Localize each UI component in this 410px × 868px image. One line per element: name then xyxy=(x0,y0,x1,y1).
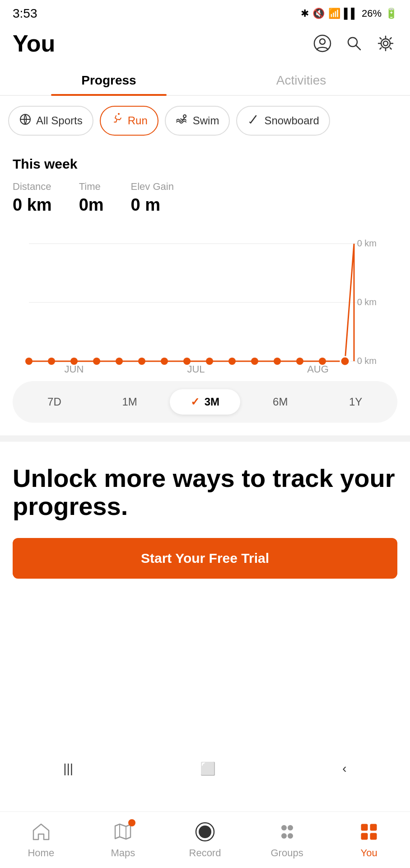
status-time: 3:53 xyxy=(13,6,37,21)
stat-distance-label: Distance xyxy=(13,181,52,193)
signal-icon: ▌▌ xyxy=(344,8,358,19)
battery-percent: 26% xyxy=(362,8,382,19)
svg-point-34 xyxy=(281,825,287,830)
sport-chip-swim[interactable]: Swim xyxy=(165,106,230,136)
stat-elev-label: Elev Gain xyxy=(131,181,174,193)
svg-text:AUG: AUG xyxy=(307,363,329,375)
sport-chip-snowboard[interactable]: Snowboard xyxy=(236,106,330,136)
header-icons xyxy=(311,32,397,55)
check-icon: ✓ xyxy=(191,396,203,408)
svg-point-37 xyxy=(288,833,293,839)
nav-label-record: Record xyxy=(189,847,221,859)
progress-chart: JUN JUL AUG 0 km 0 km 0 km xyxy=(13,226,397,375)
unlock-section: Unlock more ways to track your progress.… xyxy=(0,442,410,597)
time-btn-3m[interactable]: ✓ 3M xyxy=(170,389,241,415)
settings-button[interactable] xyxy=(374,32,397,55)
time-range-selector: 7D 1M ✓ 3M 6M 1Y xyxy=(13,381,397,423)
nav-label-you: You xyxy=(361,847,377,859)
maps-nav-icon xyxy=(111,820,135,844)
svg-point-36 xyxy=(281,833,287,839)
status-bar: 3:53 ✱ 🔇 📶 ▌▌ 26% 🔋 xyxy=(0,0,410,25)
svg-point-25 xyxy=(340,357,349,366)
wifi-icon: 📶 xyxy=(328,8,340,19)
tab-progress[interactable]: Progress xyxy=(13,65,205,95)
nav-item-home[interactable]: Home xyxy=(14,820,68,859)
svg-point-4 xyxy=(383,41,388,46)
svg-text:0 km: 0 km xyxy=(357,356,377,366)
svg-text:0 km: 0 km xyxy=(357,297,377,307)
nav-item-groups[interactable]: Groups xyxy=(260,820,314,859)
record-nav-icon xyxy=(193,820,217,844)
week-title: This week xyxy=(13,156,397,172)
svg-point-16 xyxy=(138,358,145,365)
tab-activities[interactable]: Activities xyxy=(205,65,397,95)
svg-point-5 xyxy=(381,39,390,48)
svg-point-19 xyxy=(206,358,213,365)
time-btn-1y[interactable]: 1Y xyxy=(320,389,391,415)
start-trial-button[interactable]: Start Your Free Trial xyxy=(13,538,397,579)
sys-home-icon[interactable]: ⬜ xyxy=(200,761,216,776)
bottom-navigation: Home Maps Record xyxy=(0,811,410,868)
nav-item-you[interactable]: You xyxy=(342,820,396,859)
svg-point-1 xyxy=(320,39,325,44)
stat-distance-value: 0 km xyxy=(13,195,52,215)
stat-distance: Distance 0 km xyxy=(13,181,52,215)
svg-point-12 xyxy=(48,358,55,365)
this-week-section: This week Distance 0 km Time 0m Elev Gai… xyxy=(0,146,410,375)
svg-rect-41 xyxy=(370,833,377,840)
chart-area: JUN JUL AUG 0 km 0 km 0 km xyxy=(13,230,397,375)
nav-item-maps[interactable]: Maps xyxy=(96,820,150,859)
stat-elev-gain: Elev Gain 0 m xyxy=(131,181,174,215)
system-navigation: ||| ⬜ ‹ xyxy=(0,750,410,787)
header: You xyxy=(0,25,410,61)
swim-icon xyxy=(176,113,188,128)
sport-chip-all-sports[interactable]: All Sports xyxy=(8,106,93,136)
svg-point-17 xyxy=(161,358,168,365)
home-nav-icon xyxy=(29,820,53,844)
section-divider xyxy=(0,435,410,442)
svg-point-14 xyxy=(93,358,100,365)
svg-point-22 xyxy=(274,358,281,365)
time-btn-6m[interactable]: 6M xyxy=(245,389,316,415)
svg-text:JUL: JUL xyxy=(187,363,205,375)
week-stats: Distance 0 km Time 0m Elev Gain 0 m xyxy=(13,181,397,215)
nav-item-record[interactable]: Record xyxy=(178,820,232,859)
search-button[interactable] xyxy=(342,32,366,55)
nav-label-maps: Maps xyxy=(111,847,135,859)
all-sports-icon xyxy=(19,113,32,128)
unlock-title: Unlock more ways to track your progress. xyxy=(13,464,397,520)
stat-time-label: Time xyxy=(79,181,104,193)
svg-rect-38 xyxy=(361,824,368,830)
svg-text:0 km: 0 km xyxy=(357,238,377,248)
profile-button[interactable] xyxy=(311,32,334,55)
svg-point-33 xyxy=(199,826,211,838)
svg-point-15 xyxy=(116,358,123,365)
battery-icon: 🔋 xyxy=(385,8,397,19)
settings-icon xyxy=(377,34,395,52)
svg-point-21 xyxy=(251,358,258,365)
run-icon xyxy=(111,113,123,128)
time-btn-7d[interactable]: 7D xyxy=(19,389,90,415)
sys-recents-icon[interactable]: ‹ xyxy=(342,761,346,776)
time-btn-1m[interactable]: 1M xyxy=(94,389,165,415)
sys-back-icon[interactable]: ||| xyxy=(63,761,73,776)
main-tabs: Progress Activities xyxy=(0,65,410,96)
svg-point-11 xyxy=(25,358,33,365)
sport-filters: All Sports Run Swim Snowboard xyxy=(0,96,410,146)
svg-rect-40 xyxy=(361,833,368,840)
chart-svg: JUN JUL AUG 0 km 0 km 0 km xyxy=(13,230,397,375)
svg-point-23 xyxy=(296,358,303,365)
svg-text:JUN: JUN xyxy=(65,363,84,375)
volume-icon: 🔇 xyxy=(312,8,325,19)
profile-icon xyxy=(313,34,331,52)
svg-point-20 xyxy=(228,358,236,365)
page-title: You xyxy=(13,30,55,57)
stat-elev-value: 0 m xyxy=(131,195,174,215)
nav-label-groups: Groups xyxy=(271,847,303,859)
stat-time: Time 0m xyxy=(79,181,104,215)
bluetooth-icon: ✱ xyxy=(301,8,309,19)
svg-rect-39 xyxy=(370,824,377,830)
you-nav-icon xyxy=(357,820,381,844)
sport-chip-run[interactable]: Run xyxy=(100,106,158,136)
svg-point-35 xyxy=(288,825,293,830)
